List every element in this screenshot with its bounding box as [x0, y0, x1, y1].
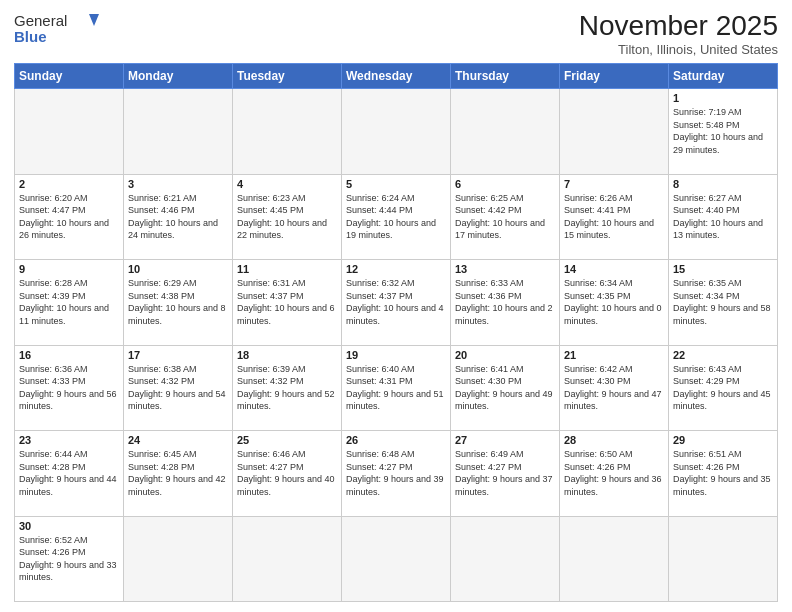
- calendar-day-cell: 19Sunrise: 6:40 AM Sunset: 4:31 PM Dayli…: [342, 345, 451, 431]
- day-number: 8: [673, 178, 773, 190]
- day-info: Sunrise: 6:25 AM Sunset: 4:42 PM Dayligh…: [455, 192, 555, 242]
- weekday-header-sunday: Sunday: [15, 64, 124, 89]
- day-info: Sunrise: 6:23 AM Sunset: 4:45 PM Dayligh…: [237, 192, 337, 242]
- logo: General Blue: [14, 10, 104, 46]
- svg-text:Blue: Blue: [14, 28, 47, 45]
- calendar-day-cell: [342, 89, 451, 175]
- calendar-week-2: 2Sunrise: 6:20 AM Sunset: 4:47 PM Daylig…: [15, 174, 778, 260]
- weekday-header-saturday: Saturday: [669, 64, 778, 89]
- day-number: 20: [455, 349, 555, 361]
- day-number: 16: [19, 349, 119, 361]
- day-info: Sunrise: 6:38 AM Sunset: 4:32 PM Dayligh…: [128, 363, 228, 413]
- day-info: Sunrise: 6:33 AM Sunset: 4:36 PM Dayligh…: [455, 277, 555, 327]
- day-number: 11: [237, 263, 337, 275]
- day-info: Sunrise: 6:27 AM Sunset: 4:40 PM Dayligh…: [673, 192, 773, 242]
- calendar-day-cell: 1Sunrise: 7:19 AM Sunset: 5:48 PM Daylig…: [669, 89, 778, 175]
- day-number: 6: [455, 178, 555, 190]
- calendar-header: SundayMondayTuesdayWednesdayThursdayFrid…: [15, 64, 778, 89]
- day-number: 19: [346, 349, 446, 361]
- day-info: Sunrise: 6:40 AM Sunset: 4:31 PM Dayligh…: [346, 363, 446, 413]
- weekday-header-thursday: Thursday: [451, 64, 560, 89]
- calendar-day-cell: 23Sunrise: 6:44 AM Sunset: 4:28 PM Dayli…: [15, 431, 124, 517]
- calendar-day-cell: [669, 516, 778, 602]
- calendar-day-cell: [560, 89, 669, 175]
- calendar-day-cell: [15, 89, 124, 175]
- calendar-day-cell: [124, 516, 233, 602]
- day-info: Sunrise: 6:29 AM Sunset: 4:38 PM Dayligh…: [128, 277, 228, 327]
- calendar-day-cell: 9Sunrise: 6:28 AM Sunset: 4:39 PM Daylig…: [15, 260, 124, 346]
- calendar-day-cell: 21Sunrise: 6:42 AM Sunset: 4:30 PM Dayli…: [560, 345, 669, 431]
- day-number: 27: [455, 434, 555, 446]
- calendar-day-cell: 4Sunrise: 6:23 AM Sunset: 4:45 PM Daylig…: [233, 174, 342, 260]
- day-number: 12: [346, 263, 446, 275]
- day-info: Sunrise: 6:43 AM Sunset: 4:29 PM Dayligh…: [673, 363, 773, 413]
- calendar-day-cell: 12Sunrise: 6:32 AM Sunset: 4:37 PM Dayli…: [342, 260, 451, 346]
- calendar-day-cell: [560, 516, 669, 602]
- calendar-day-cell: 14Sunrise: 6:34 AM Sunset: 4:35 PM Dayli…: [560, 260, 669, 346]
- calendar-day-cell: 7Sunrise: 6:26 AM Sunset: 4:41 PM Daylig…: [560, 174, 669, 260]
- day-info: Sunrise: 7:19 AM Sunset: 5:48 PM Dayligh…: [673, 106, 773, 156]
- day-info: Sunrise: 6:39 AM Sunset: 4:32 PM Dayligh…: [237, 363, 337, 413]
- weekday-header-wednesday: Wednesday: [342, 64, 451, 89]
- day-number: 13: [455, 263, 555, 275]
- day-info: Sunrise: 6:45 AM Sunset: 4:28 PM Dayligh…: [128, 448, 228, 498]
- day-info: Sunrise: 6:48 AM Sunset: 4:27 PM Dayligh…: [346, 448, 446, 498]
- day-number: 15: [673, 263, 773, 275]
- calendar-day-cell: 30Sunrise: 6:52 AM Sunset: 4:26 PM Dayli…: [15, 516, 124, 602]
- calendar-week-1: 1Sunrise: 7:19 AM Sunset: 5:48 PM Daylig…: [15, 89, 778, 175]
- day-number: 9: [19, 263, 119, 275]
- weekday-header-monday: Monday: [124, 64, 233, 89]
- day-info: Sunrise: 6:21 AM Sunset: 4:46 PM Dayligh…: [128, 192, 228, 242]
- day-number: 1: [673, 92, 773, 104]
- calendar-day-cell: 11Sunrise: 6:31 AM Sunset: 4:37 PM Dayli…: [233, 260, 342, 346]
- day-number: 17: [128, 349, 228, 361]
- calendar-day-cell: 24Sunrise: 6:45 AM Sunset: 4:28 PM Dayli…: [124, 431, 233, 517]
- calendar-day-cell: 10Sunrise: 6:29 AM Sunset: 4:38 PM Dayli…: [124, 260, 233, 346]
- calendar-day-cell: 20Sunrise: 6:41 AM Sunset: 4:30 PM Dayli…: [451, 345, 560, 431]
- day-info: Sunrise: 6:35 AM Sunset: 4:34 PM Dayligh…: [673, 277, 773, 327]
- weekday-header-friday: Friday: [560, 64, 669, 89]
- calendar-day-cell: 17Sunrise: 6:38 AM Sunset: 4:32 PM Dayli…: [124, 345, 233, 431]
- calendar-day-cell: 6Sunrise: 6:25 AM Sunset: 4:42 PM Daylig…: [451, 174, 560, 260]
- calendar-day-cell: [451, 89, 560, 175]
- day-number: 18: [237, 349, 337, 361]
- day-number: 30: [19, 520, 119, 532]
- calendar-day-cell: [233, 516, 342, 602]
- svg-text:General: General: [14, 12, 67, 29]
- day-number: 21: [564, 349, 664, 361]
- calendar-day-cell: 18Sunrise: 6:39 AM Sunset: 4:32 PM Dayli…: [233, 345, 342, 431]
- day-info: Sunrise: 6:26 AM Sunset: 4:41 PM Dayligh…: [564, 192, 664, 242]
- calendar-day-cell: 5Sunrise: 6:24 AM Sunset: 4:44 PM Daylig…: [342, 174, 451, 260]
- day-info: Sunrise: 6:52 AM Sunset: 4:26 PM Dayligh…: [19, 534, 119, 584]
- calendar-day-cell: 29Sunrise: 6:51 AM Sunset: 4:26 PM Dayli…: [669, 431, 778, 517]
- calendar-day-cell: [451, 516, 560, 602]
- calendar-day-cell: 22Sunrise: 6:43 AM Sunset: 4:29 PM Dayli…: [669, 345, 778, 431]
- day-number: 2: [19, 178, 119, 190]
- calendar-week-4: 16Sunrise: 6:36 AM Sunset: 4:33 PM Dayli…: [15, 345, 778, 431]
- day-info: Sunrise: 6:44 AM Sunset: 4:28 PM Dayligh…: [19, 448, 119, 498]
- calendar-day-cell: 27Sunrise: 6:49 AM Sunset: 4:27 PM Dayli…: [451, 431, 560, 517]
- day-number: 22: [673, 349, 773, 361]
- calendar-day-cell: 13Sunrise: 6:33 AM Sunset: 4:36 PM Dayli…: [451, 260, 560, 346]
- day-number: 14: [564, 263, 664, 275]
- calendar-week-6: 30Sunrise: 6:52 AM Sunset: 4:26 PM Dayli…: [15, 516, 778, 602]
- calendar-day-cell: 25Sunrise: 6:46 AM Sunset: 4:27 PM Dayli…: [233, 431, 342, 517]
- calendar-week-3: 9Sunrise: 6:28 AM Sunset: 4:39 PM Daylig…: [15, 260, 778, 346]
- calendar-day-cell: [342, 516, 451, 602]
- day-number: 7: [564, 178, 664, 190]
- calendar-week-5: 23Sunrise: 6:44 AM Sunset: 4:28 PM Dayli…: [15, 431, 778, 517]
- day-number: 10: [128, 263, 228, 275]
- day-info: Sunrise: 6:46 AM Sunset: 4:27 PM Dayligh…: [237, 448, 337, 498]
- calendar-day-cell: 28Sunrise: 6:50 AM Sunset: 4:26 PM Dayli…: [560, 431, 669, 517]
- header: General Blue November 2025 Tilton, Illin…: [14, 10, 778, 57]
- day-info: Sunrise: 6:49 AM Sunset: 4:27 PM Dayligh…: [455, 448, 555, 498]
- day-info: Sunrise: 6:32 AM Sunset: 4:37 PM Dayligh…: [346, 277, 446, 327]
- day-info: Sunrise: 6:34 AM Sunset: 4:35 PM Dayligh…: [564, 277, 664, 327]
- day-info: Sunrise: 6:51 AM Sunset: 4:26 PM Dayligh…: [673, 448, 773, 498]
- day-info: Sunrise: 6:41 AM Sunset: 4:30 PM Dayligh…: [455, 363, 555, 413]
- day-info: Sunrise: 6:42 AM Sunset: 4:30 PM Dayligh…: [564, 363, 664, 413]
- day-info: Sunrise: 6:24 AM Sunset: 4:44 PM Dayligh…: [346, 192, 446, 242]
- day-number: 5: [346, 178, 446, 190]
- calendar: SundayMondayTuesdayWednesdayThursdayFrid…: [14, 63, 778, 602]
- generalblue-logo-icon: General Blue: [14, 10, 104, 46]
